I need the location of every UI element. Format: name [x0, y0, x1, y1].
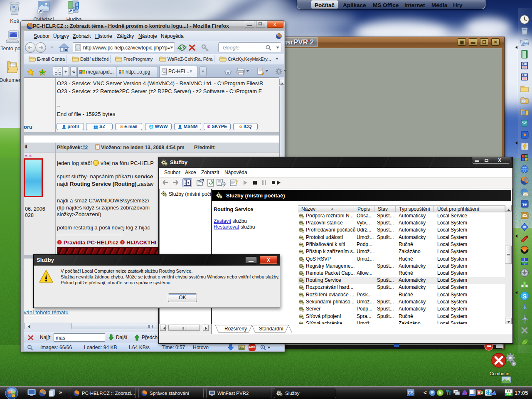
svg-text:?: ?	[235, 179, 238, 185]
svg-text:Standardní: Standardní	[259, 326, 283, 332]
svg-text:W: W	[522, 201, 527, 207]
svg-text:Rozšířený: Rozšířený	[224, 326, 247, 332]
svg-text:2: 2	[481, 391, 483, 394]
svg-text:V: V	[478, 390, 480, 395]
svg-text:S: S	[522, 293, 527, 300]
